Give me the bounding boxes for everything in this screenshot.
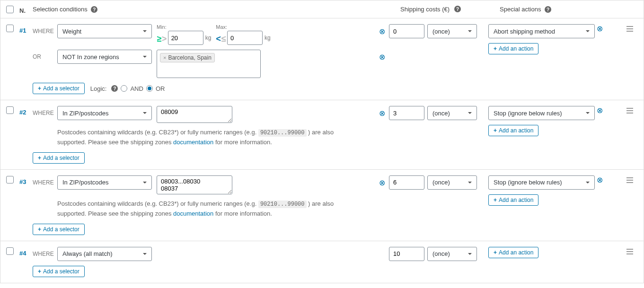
logic-and-radio[interactable] — [121, 85, 127, 92]
plus-icon: + — [494, 45, 497, 52]
where-label: WHERE — [33, 24, 53, 35]
unit-label: kg — [205, 35, 212, 41]
plus-icon: + — [494, 249, 497, 256]
add-action-button[interactable]: +Add an action — [488, 125, 538, 136]
add-selector-button[interactable]: +Add a selector — [33, 83, 85, 94]
where-label: WHERE — [33, 247, 53, 257]
remove-action-icon[interactable]: ⊗ — [597, 24, 603, 33]
selector-type-select[interactable]: NOT In zone regions — [57, 50, 152, 64]
min-input[interactable] — [168, 31, 203, 45]
help-icon[interactable]: ? — [454, 6, 461, 12]
help-icon[interactable]: ? — [111, 85, 118, 92]
plus-icon: + — [494, 197, 497, 203]
add-action-button[interactable]: +Add an action — [488, 194, 538, 206]
rule-row: #2 WHERE In ZIP/postcodes 08009 ⊗ Postco… — [0, 100, 644, 170]
documentation-link[interactable]: documentation — [173, 210, 213, 217]
lte-icon[interactable]: <≤ — [216, 36, 226, 45]
selector-type-select[interactable]: In ZIP/postcodes — [57, 106, 152, 120]
plus-icon: + — [38, 85, 41, 92]
plus-icon: + — [38, 268, 41, 275]
selector-line: WHERE Weight Min: ≥> kg Max: <≤ kg — [33, 24, 385, 45]
logic-wrap: Logic: ? AND OR — [90, 85, 165, 92]
drag-handle-icon[interactable] — [626, 26, 638, 32]
rule-checkbox[interactable] — [6, 25, 14, 32]
add-action-button[interactable]: +Add an action — [488, 247, 538, 258]
cost-input[interactable] — [389, 175, 424, 190]
documentation-link[interactable]: documentation — [173, 139, 213, 146]
selector-type-select[interactable]: Weight — [57, 24, 152, 38]
add-selector-button[interactable]: +Add a selector — [33, 152, 85, 164]
selector-type-select[interactable]: Always (all match) — [57, 247, 152, 261]
remove-tag-icon[interactable]: × — [163, 55, 166, 61]
header-n: N. — [19, 4, 33, 14]
selector-line: WHERE Always (all match) — [33, 247, 385, 261]
selector-type-select[interactable]: In ZIP/postcodes — [57, 175, 152, 190]
add-selector-button[interactable]: +Add a selector — [33, 266, 85, 277]
plus-icon: + — [38, 226, 41, 233]
min-label: Min: — [157, 24, 211, 30]
action-select[interactable]: Abort shipping method — [488, 24, 595, 38]
select-all-checkbox[interactable] — [6, 6, 14, 13]
table-header: N. Selection conditions ? Shipping costs… — [0, 0, 644, 18]
drag-handle-icon[interactable] — [626, 249, 638, 254]
rule-row: #3 WHERE In ZIP/postcodes 08003...08030 … — [0, 170, 644, 241]
header-selection-conditions: Selection conditions — [33, 6, 88, 13]
plus-icon: + — [494, 127, 497, 134]
remove-action-icon[interactable]: ⊗ — [597, 106, 603, 115]
action-select[interactable]: Stop (ignore below rules) — [488, 175, 595, 190]
rule-number[interactable]: #2 — [19, 106, 33, 116]
gte-icon[interactable]: ≥> — [157, 36, 167, 45]
selector-line: OR NOT In zone regions ×Barcelona, Spain… — [33, 50, 385, 78]
or-label: OR — [33, 50, 53, 60]
header-special-actions: Special actions — [500, 6, 541, 13]
selector-line: WHERE In ZIP/postcodes 08003...08030 080… — [33, 175, 385, 194]
plus-icon: + — [38, 155, 41, 161]
selector-line: WHERE In ZIP/postcodes 08009 ⊗ — [33, 106, 385, 123]
regions-tagbox[interactable]: ×Barcelona, Spain — [157, 50, 261, 78]
max-label: Max: — [216, 24, 270, 30]
remove-selector-icon[interactable]: ⊗ — [379, 50, 385, 61]
frequency-select[interactable]: (once) — [427, 247, 477, 261]
header-shipping-costs: Shipping costs (€) — [400, 6, 450, 13]
zip-textarea[interactable]: 08009 — [157, 106, 232, 123]
zip-helper-text: Postcodes containing wildcards (e.g. CB2… — [57, 199, 351, 219]
rule-row: #1 WHERE Weight Min: ≥> kg Max: <≤ — [0, 18, 644, 100]
rule-checkbox[interactable] — [6, 106, 14, 114]
rule-checkbox[interactable] — [6, 247, 14, 255]
cost-input[interactable] — [389, 247, 424, 261]
cost-input[interactable] — [389, 106, 424, 120]
rule-checkbox[interactable] — [6, 176, 14, 183]
rule-number[interactable]: #1 — [19, 24, 33, 34]
help-icon[interactable]: ? — [91, 6, 97, 13]
remove-selector-icon[interactable]: ⊗ — [379, 175, 385, 187]
frequency-select[interactable]: (once) — [427, 175, 477, 190]
logic-or-radio[interactable] — [146, 85, 153, 92]
help-icon[interactable]: ? — [545, 6, 551, 13]
max-input[interactable] — [227, 31, 263, 45]
frequency-select[interactable]: (once) — [427, 24, 477, 38]
remove-selector-icon[interactable]: ⊗ — [379, 24, 385, 36]
rule-number[interactable]: #3 — [19, 175, 33, 185]
remove-selector-icon[interactable]: ⊗ — [379, 106, 385, 118]
add-action-button[interactable]: +Add an action — [488, 43, 538, 54]
drag-handle-icon[interactable] — [626, 177, 638, 183]
region-tag: ×Barcelona, Spain — [160, 53, 215, 62]
where-label: WHERE — [33, 175, 53, 186]
where-label: WHERE — [33, 106, 53, 116]
drag-handle-icon[interactable] — [626, 108, 638, 113]
zip-textarea[interactable]: 08003...08030 08037 — [157, 175, 232, 194]
frequency-select[interactable]: (once) — [427, 106, 477, 120]
add-selector-button[interactable]: +Add a selector — [33, 224, 85, 235]
unit-label: kg — [265, 35, 271, 41]
remove-action-icon[interactable]: ⊗ — [597, 175, 603, 184]
rule-number[interactable]: #4 — [19, 247, 33, 257]
zip-helper-text: Postcodes containing wildcards (e.g. CB2… — [57, 128, 351, 148]
cost-input[interactable] — [389, 24, 424, 38]
action-select[interactable]: Stop (ignore below rules) — [488, 106, 595, 120]
rule-row: #4 WHERE Always (all match) +Add a selec… — [0, 241, 644, 283]
